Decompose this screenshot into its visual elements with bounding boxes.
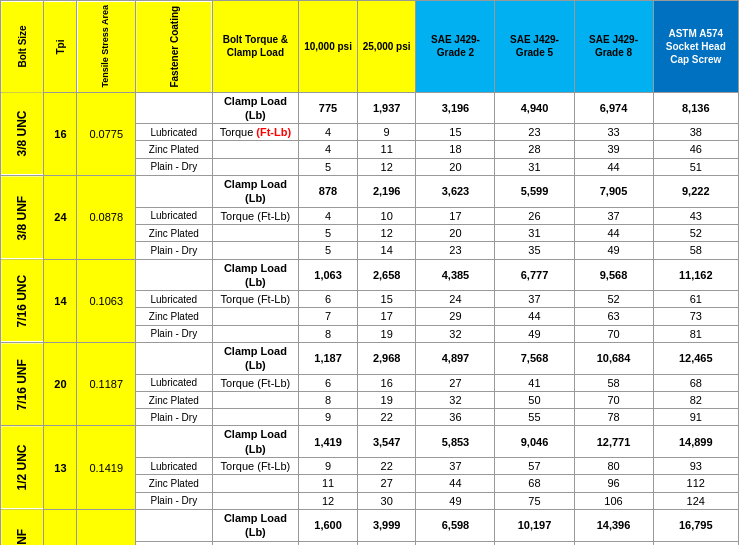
torque-value-cell: 81 [653, 325, 738, 342]
torque-label-cell: Torque (Ft-Lb) [212, 541, 299, 545]
tpi-cell: 16 [44, 92, 77, 175]
torque-value-cell: 15 [416, 124, 495, 141]
clamp-load-label: Clamp Load (Lb) [212, 343, 299, 375]
torque-value-cell: 64 [495, 541, 574, 545]
torque-value-cell: 6 [299, 291, 358, 308]
clamp-value-cell: 3,547 [357, 426, 416, 458]
clamp-value-cell: 9,568 [574, 259, 653, 291]
torque-label-cell [212, 391, 299, 408]
torque-value-cell: 4 [299, 141, 358, 158]
header-bolt-size: Bolt Size [1, 1, 44, 93]
clamp-value-cell: 6,974 [574, 92, 653, 124]
torque-label-cell: Torque (Ft-Lb) [212, 207, 299, 224]
coating-label: Zinc Plated [136, 224, 212, 241]
torque-value-cell: 91 [653, 409, 738, 426]
clamp-value-cell: 1,187 [299, 343, 358, 375]
torque-value-cell: 51 [653, 158, 738, 175]
torque-value-cell: 44 [416, 475, 495, 492]
clamp-value-cell: 10,684 [574, 343, 653, 375]
torque-value-cell: 35 [495, 242, 574, 259]
torque-value-cell: 24 [416, 291, 495, 308]
clamp-value-cell: 6,777 [495, 259, 574, 291]
stress-area-cell: 0.0878 [77, 176, 136, 259]
clamp-value-cell: 3,196 [416, 92, 495, 124]
torque-value-cell: 15 [357, 291, 416, 308]
torque-value-cell: 46 [653, 141, 738, 158]
torque-value-cell: 31 [495, 224, 574, 241]
clamp-value-cell: 1,937 [357, 92, 416, 124]
tpi-cell: 13 [44, 426, 77, 509]
clamp-value-cell: 12,465 [653, 343, 738, 375]
clamp-value-cell: 12,771 [574, 426, 653, 458]
torque-value-cell: 106 [574, 492, 653, 509]
torque-value-cell: 49 [574, 242, 653, 259]
clamp-value-cell: 16,795 [653, 509, 738, 541]
clamp-value-cell: 14,396 [574, 509, 653, 541]
torque-value-cell: 61 [653, 291, 738, 308]
coating-clamp-cell [136, 509, 212, 541]
torque-value-cell: 7 [299, 308, 358, 325]
coating-clamp-cell [136, 176, 212, 208]
torque-value-cell: 68 [653, 374, 738, 391]
clamp-value-cell: 7,568 [495, 343, 574, 375]
torque-value-cell: 11 [357, 141, 416, 158]
clamp-value-cell: 10,197 [495, 509, 574, 541]
torque-label-cell [212, 141, 299, 158]
torque-label-cell [212, 492, 299, 509]
torque-value-cell: 20 [416, 158, 495, 175]
clamp-value-cell: 2,196 [357, 176, 416, 208]
clamp-value-cell: 775 [299, 92, 358, 124]
torque-value-cell: 19 [357, 325, 416, 342]
torque-value-cell: 8 [299, 325, 358, 342]
torque-value-cell: 12 [299, 492, 358, 509]
torque-value-cell: 18 [416, 141, 495, 158]
tpi-cell: 20 [44, 343, 77, 426]
header-bolt-torque: Bolt Torque & Clamp Load [212, 1, 299, 93]
torque-label-cell [212, 242, 299, 259]
coating-label: Lubricated [136, 458, 212, 475]
tpi-cell: 24 [44, 176, 77, 259]
torque-value-cell: 70 [574, 325, 653, 342]
torque-value-cell: 124 [653, 492, 738, 509]
torque-value-cell: 12 [357, 158, 416, 175]
clamp-value-cell: 9,046 [495, 426, 574, 458]
torque-value-cell: 96 [574, 475, 653, 492]
torque-value-cell: 44 [574, 224, 653, 241]
torque-value-cell: 9 [299, 409, 358, 426]
coating-label: Lubricated [136, 541, 212, 545]
clamp-value-cell: 3,999 [357, 509, 416, 541]
clamp-value-cell: 2,968 [357, 343, 416, 375]
torque-value-cell: 32 [416, 391, 495, 408]
torque-value-cell: 22 [357, 409, 416, 426]
stress-area-cell: 0.1187 [77, 343, 136, 426]
torque-value-cell: 41 [495, 374, 574, 391]
torque-value-cell: 5 [299, 224, 358, 241]
header-astm-a574: ASTM A574 Socket Head Cap Screw [653, 1, 738, 93]
torque-value-cell: 17 [357, 308, 416, 325]
torque-value-cell: 29 [416, 308, 495, 325]
torque-value-cell: 78 [574, 409, 653, 426]
coating-label: Plain - Dry [136, 409, 212, 426]
torque-value-cell: 93 [653, 458, 738, 475]
torque-label-cell [212, 475, 299, 492]
torque-value-cell: 37 [574, 207, 653, 224]
torque-value-cell: 17 [416, 207, 495, 224]
torque-value-cell: 105 [653, 541, 738, 545]
header-25k-psi: 25,000 psi [357, 1, 416, 93]
coating-label: Zinc Plated [136, 475, 212, 492]
clamp-value-cell: 1,600 [299, 509, 358, 541]
coating-label: Zinc Plated [136, 308, 212, 325]
header-sae-j429-g2: SAE J429- Grade 2 [416, 1, 495, 93]
bolt-size-cell: 1/2 UNC [1, 426, 44, 509]
torque-value-cell: 10 [357, 207, 416, 224]
clamp-value-cell: 878 [299, 176, 358, 208]
torque-value-cell: 23 [416, 242, 495, 259]
header-sae-j429-g5: SAE J429- Grade 5 [495, 1, 574, 93]
clamp-value-cell: 4,385 [416, 259, 495, 291]
clamp-value-cell: 8,136 [653, 92, 738, 124]
torque-value-cell: 37 [416, 458, 495, 475]
torque-value-cell: 12 [357, 224, 416, 241]
torque-value-cell: 58 [653, 242, 738, 259]
torque-value-cell: 58 [574, 374, 653, 391]
torque-label-cell [212, 224, 299, 241]
